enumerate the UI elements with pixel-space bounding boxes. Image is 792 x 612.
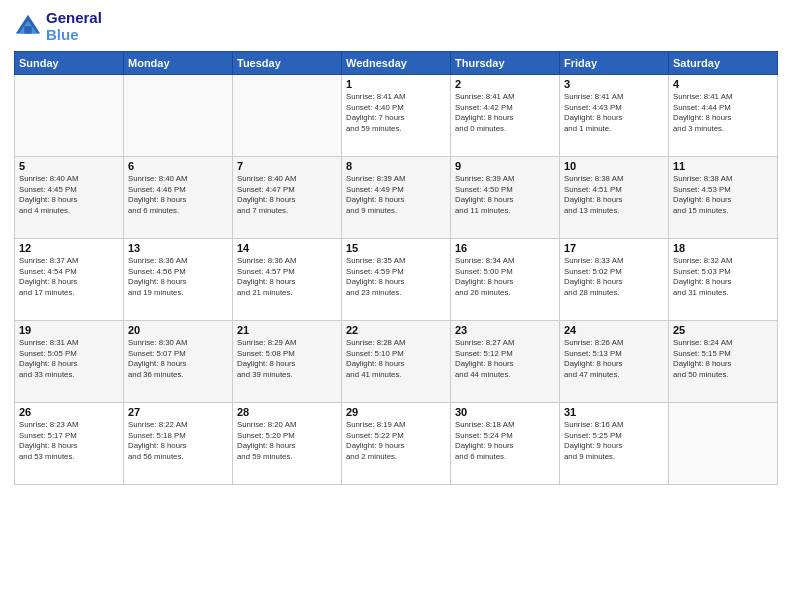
day-number: 17: [564, 242, 664, 254]
day-number: 24: [564, 324, 664, 336]
weekday-header: Wednesday: [342, 52, 451, 75]
calendar-cell: 19Sunrise: 8:31 AM Sunset: 5:05 PM Dayli…: [15, 321, 124, 403]
calendar-cell: [15, 75, 124, 157]
calendar-cell: 6Sunrise: 8:40 AM Sunset: 4:46 PM Daylig…: [124, 157, 233, 239]
day-info: Sunrise: 8:28 AM Sunset: 5:10 PM Dayligh…: [346, 338, 446, 380]
calendar-cell: 22Sunrise: 8:28 AM Sunset: 5:10 PM Dayli…: [342, 321, 451, 403]
day-number: 30: [455, 406, 555, 418]
weekday-header: Monday: [124, 52, 233, 75]
day-number: 5: [19, 160, 119, 172]
day-info: Sunrise: 8:39 AM Sunset: 4:50 PM Dayligh…: [455, 174, 555, 216]
day-number: 7: [237, 160, 337, 172]
day-info: Sunrise: 8:34 AM Sunset: 5:00 PM Dayligh…: [455, 256, 555, 298]
day-info: Sunrise: 8:39 AM Sunset: 4:49 PM Dayligh…: [346, 174, 446, 216]
day-number: 29: [346, 406, 446, 418]
calendar-week-row: 5Sunrise: 8:40 AM Sunset: 4:45 PM Daylig…: [15, 157, 778, 239]
calendar-cell: [233, 75, 342, 157]
calendar-cell: 21Sunrise: 8:29 AM Sunset: 5:08 PM Dayli…: [233, 321, 342, 403]
calendar-cell: 17Sunrise: 8:33 AM Sunset: 5:02 PM Dayli…: [560, 239, 669, 321]
day-number: 9: [455, 160, 555, 172]
calendar-week-row: 26Sunrise: 8:23 AM Sunset: 5:17 PM Dayli…: [15, 403, 778, 485]
calendar-cell: 10Sunrise: 8:38 AM Sunset: 4:51 PM Dayli…: [560, 157, 669, 239]
calendar-cell: 3Sunrise: 8:41 AM Sunset: 4:43 PM Daylig…: [560, 75, 669, 157]
calendar-week-row: 19Sunrise: 8:31 AM Sunset: 5:05 PM Dayli…: [15, 321, 778, 403]
day-info: Sunrise: 8:35 AM Sunset: 4:59 PM Dayligh…: [346, 256, 446, 298]
calendar-cell: 12Sunrise: 8:37 AM Sunset: 4:54 PM Dayli…: [15, 239, 124, 321]
calendar-cell: 7Sunrise: 8:40 AM Sunset: 4:47 PM Daylig…: [233, 157, 342, 239]
day-info: Sunrise: 8:30 AM Sunset: 5:07 PM Dayligh…: [128, 338, 228, 380]
calendar-cell: 2Sunrise: 8:41 AM Sunset: 4:42 PM Daylig…: [451, 75, 560, 157]
day-number: 15: [346, 242, 446, 254]
day-info: Sunrise: 8:36 AM Sunset: 4:56 PM Dayligh…: [128, 256, 228, 298]
calendar-cell: 9Sunrise: 8:39 AM Sunset: 4:50 PM Daylig…: [451, 157, 560, 239]
calendar-cell: 20Sunrise: 8:30 AM Sunset: 5:07 PM Dayli…: [124, 321, 233, 403]
weekday-header: Sunday: [15, 52, 124, 75]
page: General Blue SundayMondayTuesdayWednesda…: [0, 0, 792, 612]
day-number: 20: [128, 324, 228, 336]
day-info: Sunrise: 8:26 AM Sunset: 5:13 PM Dayligh…: [564, 338, 664, 380]
weekday-header: Tuesday: [233, 52, 342, 75]
day-number: 21: [237, 324, 337, 336]
day-number: 31: [564, 406, 664, 418]
calendar-header-row: SundayMondayTuesdayWednesdayThursdayFrid…: [15, 52, 778, 75]
calendar-cell: 15Sunrise: 8:35 AM Sunset: 4:59 PM Dayli…: [342, 239, 451, 321]
calendar-cell: 1Sunrise: 8:41 AM Sunset: 4:40 PM Daylig…: [342, 75, 451, 157]
weekday-header: Saturday: [669, 52, 778, 75]
day-info: Sunrise: 8:27 AM Sunset: 5:12 PM Dayligh…: [455, 338, 555, 380]
day-number: 2: [455, 78, 555, 90]
day-number: 1: [346, 78, 446, 90]
day-info: Sunrise: 8:41 AM Sunset: 4:40 PM Dayligh…: [346, 92, 446, 134]
calendar-cell: 28Sunrise: 8:20 AM Sunset: 5:20 PM Dayli…: [233, 403, 342, 485]
calendar-cell: 25Sunrise: 8:24 AM Sunset: 5:15 PM Dayli…: [669, 321, 778, 403]
weekday-header: Friday: [560, 52, 669, 75]
day-info: Sunrise: 8:41 AM Sunset: 4:42 PM Dayligh…: [455, 92, 555, 134]
day-number: 6: [128, 160, 228, 172]
day-info: Sunrise: 8:38 AM Sunset: 4:51 PM Dayligh…: [564, 174, 664, 216]
calendar-cell: [124, 75, 233, 157]
day-info: Sunrise: 8:41 AM Sunset: 4:43 PM Dayligh…: [564, 92, 664, 134]
day-number: 14: [237, 242, 337, 254]
day-number: 26: [19, 406, 119, 418]
day-number: 4: [673, 78, 773, 90]
calendar-cell: 14Sunrise: 8:36 AM Sunset: 4:57 PM Dayli…: [233, 239, 342, 321]
calendar-cell: 5Sunrise: 8:40 AM Sunset: 4:45 PM Daylig…: [15, 157, 124, 239]
day-number: 28: [237, 406, 337, 418]
logo-icon: [14, 13, 42, 41]
calendar-cell: 4Sunrise: 8:41 AM Sunset: 4:44 PM Daylig…: [669, 75, 778, 157]
day-number: 10: [564, 160, 664, 172]
day-info: Sunrise: 8:33 AM Sunset: 5:02 PM Dayligh…: [564, 256, 664, 298]
day-info: Sunrise: 8:38 AM Sunset: 4:53 PM Dayligh…: [673, 174, 773, 216]
logo-text: General Blue: [46, 10, 102, 43]
calendar-cell: 29Sunrise: 8:19 AM Sunset: 5:22 PM Dayli…: [342, 403, 451, 485]
calendar: SundayMondayTuesdayWednesdayThursdayFrid…: [14, 51, 778, 485]
day-info: Sunrise: 8:31 AM Sunset: 5:05 PM Dayligh…: [19, 338, 119, 380]
day-info: Sunrise: 8:29 AM Sunset: 5:08 PM Dayligh…: [237, 338, 337, 380]
day-info: Sunrise: 8:40 AM Sunset: 4:47 PM Dayligh…: [237, 174, 337, 216]
day-number: 13: [128, 242, 228, 254]
weekday-header: Thursday: [451, 52, 560, 75]
logo: General Blue: [14, 10, 102, 43]
calendar-cell: 13Sunrise: 8:36 AM Sunset: 4:56 PM Dayli…: [124, 239, 233, 321]
calendar-cell: 24Sunrise: 8:26 AM Sunset: 5:13 PM Dayli…: [560, 321, 669, 403]
day-number: 16: [455, 242, 555, 254]
day-info: Sunrise: 8:19 AM Sunset: 5:22 PM Dayligh…: [346, 420, 446, 462]
calendar-cell: 30Sunrise: 8:18 AM Sunset: 5:24 PM Dayli…: [451, 403, 560, 485]
calendar-cell: 26Sunrise: 8:23 AM Sunset: 5:17 PM Dayli…: [15, 403, 124, 485]
header: General Blue: [14, 10, 778, 43]
day-info: Sunrise: 8:16 AM Sunset: 5:25 PM Dayligh…: [564, 420, 664, 462]
day-info: Sunrise: 8:32 AM Sunset: 5:03 PM Dayligh…: [673, 256, 773, 298]
calendar-cell: 27Sunrise: 8:22 AM Sunset: 5:18 PM Dayli…: [124, 403, 233, 485]
day-info: Sunrise: 8:40 AM Sunset: 4:46 PM Dayligh…: [128, 174, 228, 216]
day-info: Sunrise: 8:24 AM Sunset: 5:15 PM Dayligh…: [673, 338, 773, 380]
day-info: Sunrise: 8:18 AM Sunset: 5:24 PM Dayligh…: [455, 420, 555, 462]
calendar-cell: 23Sunrise: 8:27 AM Sunset: 5:12 PM Dayli…: [451, 321, 560, 403]
calendar-week-row: 12Sunrise: 8:37 AM Sunset: 4:54 PM Dayli…: [15, 239, 778, 321]
day-info: Sunrise: 8:36 AM Sunset: 4:57 PM Dayligh…: [237, 256, 337, 298]
day-number: 8: [346, 160, 446, 172]
calendar-cell: 8Sunrise: 8:39 AM Sunset: 4:49 PM Daylig…: [342, 157, 451, 239]
day-number: 3: [564, 78, 664, 90]
day-info: Sunrise: 8:41 AM Sunset: 4:44 PM Dayligh…: [673, 92, 773, 134]
day-number: 25: [673, 324, 773, 336]
calendar-week-row: 1Sunrise: 8:41 AM Sunset: 4:40 PM Daylig…: [15, 75, 778, 157]
day-number: 18: [673, 242, 773, 254]
